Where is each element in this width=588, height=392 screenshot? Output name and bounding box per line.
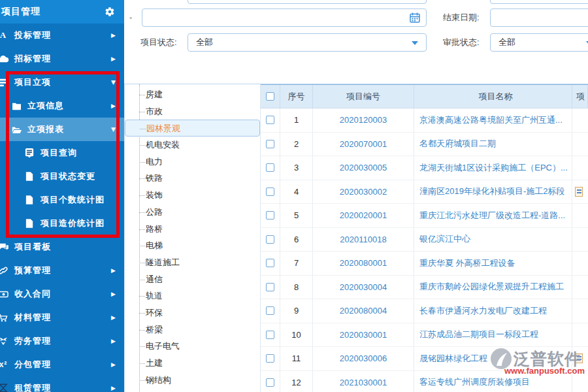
- sidebar-item-subcontract-management[interactable]: x² 分包管理 ▶: [0, 353, 124, 376]
- chevron-right-icon: ▶: [111, 267, 116, 274]
- approval-status-value: 全部: [498, 34, 515, 51]
- chevron-right-icon: ▶: [111, 103, 116, 109]
- category-item[interactable]: 电子电气: [125, 338, 260, 355]
- category-item[interactable]: 公路: [125, 204, 260, 221]
- lease-icon: [0, 384, 9, 392]
- row-checkbox[interactable]: [266, 140, 274, 148]
- sidebar-item-material-management[interactable]: 材料管理 ▶: [0, 306, 124, 329]
- project-name-link[interactable]: 重庆江北污水处理厂级改造工程-道路...: [419, 210, 565, 221]
- table-row: 9 2020080004 长春市伊通河水力发电厂改建工程: [261, 299, 588, 323]
- sidebar-item-project-query[interactable]: 项目查询: [0, 141, 124, 165]
- sidebar-item-bid-management[interactable]: A 投标管理 ▶: [0, 24, 124, 47]
- start-date-input[interactable]: [142, 8, 427, 27]
- row-checkbox[interactable]: [266, 283, 274, 291]
- project-code-link[interactable]: 2020120003: [340, 115, 387, 125]
- attachment-icon[interactable]: [575, 353, 583, 363]
- project-name-link[interactable]: 京港澳高速公路粤境韶关至广州互通...: [419, 114, 563, 126]
- row-checkbox[interactable]: [266, 211, 274, 220]
- gear-icon[interactable]: [105, 7, 115, 17]
- category-tree: 房建 市政 园林景观 机电安装 电力 铁路 装饰 公路 路桥 电梯 隧道施工 通…: [124, 84, 260, 392]
- project-code-link[interactable]: 2020080001: [340, 258, 387, 268]
- category-item[interactable]: 机电安装: [125, 137, 260, 154]
- select-all-checkbox[interactable]: [266, 92, 274, 101]
- sidebar-item-initiation-info[interactable]: 立项信息 ▶: [0, 94, 124, 118]
- column-header-no: 序号: [280, 85, 313, 108]
- sidebar-item-budget-management[interactable]: 预算管理 ▶: [0, 259, 124, 282]
- category-item[interactable]: 电梯: [125, 237, 260, 254]
- project-name-link[interactable]: 江苏成品油二期项目一标段工程: [419, 329, 538, 340]
- project-name-link[interactable]: 客运专线广州调度所装修项目: [419, 376, 530, 388]
- project-code-link[interactable]: 2020030006: [340, 353, 387, 363]
- sidebar-item-tender-management[interactable]: 招标管理 ▶: [0, 47, 124, 71]
- cropped-top-input-left[interactable]: [188, 0, 427, 4]
- category-item-selected[interactable]: 园林景观: [125, 120, 260, 137]
- row-checkbox[interactable]: [266, 378, 274, 387]
- sidebar-item-project-initiation[interactable]: 项目立项 ▼: [0, 71, 124, 94]
- end-date-input[interactable]: [490, 8, 588, 27]
- document-lines-icon: [24, 148, 35, 157]
- calendar-icon[interactable]: [410, 12, 420, 23]
- project-code-link[interactable]: 2020020001: [340, 210, 387, 220]
- folder-open-icon: [10, 125, 22, 134]
- project-code-link[interactable]: 2020080004: [340, 306, 387, 316]
- category-item[interactable]: 房建: [125, 86, 260, 103]
- app-window: 项目管理 A 投标管理 ▶ 招标管理 ▶ 项目立项 ▼: [0, 0, 588, 392]
- approval-status-select[interactable]: 全部: [490, 33, 588, 52]
- row-checkbox[interactable]: [266, 306, 274, 315]
- x2-icon: x²: [0, 360, 9, 369]
- category-item[interactable]: 通信: [125, 271, 260, 288]
- attachment-icon[interactable]: [575, 187, 583, 197]
- category-item[interactable]: 土建: [125, 355, 260, 372]
- project-name-link[interactable]: 晟铭园林绿化工程: [419, 353, 487, 365]
- project-code-link[interactable]: 2020070001: [340, 139, 387, 149]
- sidebar-item-project-status-change[interactable]: 项目状态变更: [0, 165, 124, 188]
- sidebar-item-project-cost-chart[interactable]: 项目造价统计图: [0, 212, 124, 235]
- project-name-link[interactable]: 龙湖天街城1区设计采购施工（EPC）...: [419, 162, 568, 174]
- project-status-select[interactable]: 全部: [188, 33, 427, 52]
- project-name-link[interactable]: 重庆市鹅岭公园绿化景观提升工程施工: [419, 281, 564, 293]
- project-name-link[interactable]: 重庆华夏 外高桥工程设备: [419, 257, 515, 269]
- row-checkbox[interactable]: [266, 116, 274, 124]
- row-checkbox[interactable]: [266, 235, 274, 244]
- category-item[interactable]: 电力: [125, 154, 260, 171]
- sidebar-item-initiation-reports[interactable]: 立项报表 ▼: [0, 118, 124, 141]
- row-checkbox[interactable]: [266, 188, 274, 196]
- column-header-partial: 项: [572, 85, 588, 108]
- project-code-link[interactable]: 2020030004: [340, 282, 387, 292]
- category-item[interactable]: 轨道: [125, 287, 260, 304]
- table-header-row: 序号 项目编号 项目名称 项: [261, 84, 588, 108]
- sidebar-item-income-contract[interactable]: 收入合同 ▶: [0, 282, 124, 306]
- category-item[interactable]: 钢结构: [125, 372, 260, 389]
- link-icon: [0, 266, 9, 275]
- sidebar-item-labor-management[interactable]: 劳务管理 ▶: [0, 329, 124, 353]
- project-name-link[interactable]: 名都天府城项目二期: [419, 138, 496, 150]
- category-item[interactable]: 铁路: [125, 170, 260, 187]
- row-checkbox[interactable]: [266, 163, 274, 172]
- row-checkbox[interactable]: [266, 354, 274, 363]
- sidebar-item-project-board[interactable]: 项目看板: [0, 235, 124, 259]
- category-item[interactable]: 桥梁: [125, 321, 260, 338]
- sidebar-item-project-count-chart[interactable]: 项目个数统计图: [0, 188, 124, 212]
- end-date-label: 结束日期:: [443, 8, 480, 27]
- category-item[interactable]: 环保: [125, 304, 260, 321]
- cart-icon: [0, 314, 9, 322]
- project-name-link[interactable]: 长春市伊通河水力发电厂改建工程: [419, 305, 547, 317]
- row-checkbox[interactable]: [266, 331, 274, 339]
- category-item[interactable]: 装饰: [125, 187, 260, 204]
- cropped-top-input-right[interactable]: [490, 0, 588, 4]
- project-code-link[interactable]: 2020110018: [340, 235, 386, 244]
- sidebar-item-lease-management[interactable]: 租赁管理 ▶: [0, 376, 124, 392]
- chevron-down-icon: ▼: [111, 126, 116, 133]
- project-code-link[interactable]: 2021030001: [340, 378, 387, 387]
- chevron-down-icon: [412, 41, 418, 45]
- project-name-link[interactable]: 潼南区2019年绿化补贴项目-施工2标段: [419, 186, 564, 197]
- row-checkbox[interactable]: [266, 259, 274, 267]
- category-item[interactable]: 路桥: [125, 221, 260, 238]
- category-item[interactable]: 隧道施工: [125, 254, 260, 271]
- project-code-link[interactable]: 2020030001: [340, 330, 387, 340]
- project-code-link[interactable]: 2020030002: [340, 187, 387, 197]
- project-name-link[interactable]: 银亿滨江中心: [419, 233, 470, 245]
- project-code-link[interactable]: 2020030005: [340, 163, 387, 172]
- category-item[interactable]: 市政: [125, 103, 260, 120]
- table-row: 2 2020070001 名都天府城项目二期: [261, 133, 588, 157]
